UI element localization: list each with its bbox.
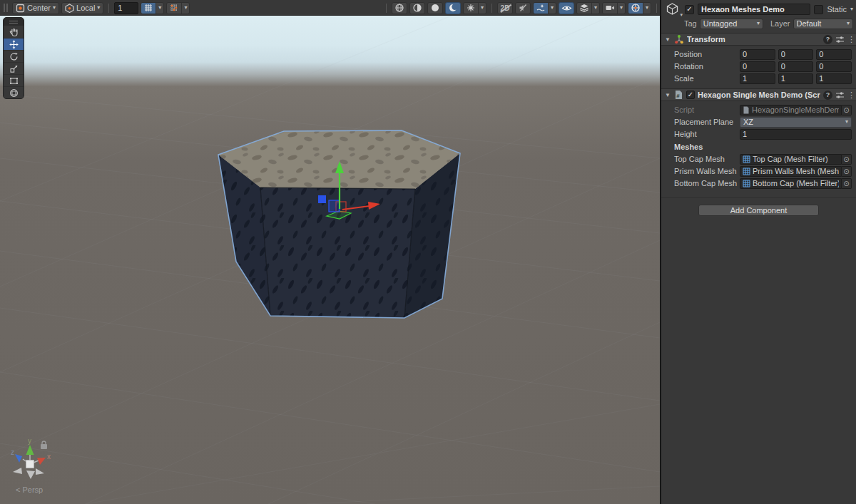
layers-icon bbox=[579, 3, 589, 13]
increment-snap-group: ▾ bbox=[166, 2, 190, 14]
presets-icon[interactable] bbox=[835, 35, 845, 44]
grid-snap-group: ▾ bbox=[141, 2, 164, 14]
overlay-drag-handle[interactable] bbox=[4, 4, 8, 12]
pivot-mode-button[interactable]: Center ▾ bbox=[12, 2, 59, 14]
tool-rotate-button[interactable] bbox=[4, 50, 24, 62]
rotation-x-field[interactable] bbox=[740, 61, 775, 72]
object-picker-icon[interactable]: ⊙ bbox=[842, 154, 852, 165]
vfx-dropdown[interactable]: ▾ bbox=[548, 3, 556, 14]
active-checkbox[interactable]: ✓ bbox=[685, 5, 694, 14]
script-object-field[interactable]: HexagonSingleMeshDemo bbox=[740, 105, 842, 115]
z-axis-cone[interactable] bbox=[15, 454, 22, 463]
draw-mode-wireframe-button[interactable] bbox=[392, 2, 407, 14]
neg-z-cone[interactable] bbox=[13, 468, 22, 474]
hexagon-prism-mesh[interactable] bbox=[218, 130, 460, 318]
camera-button[interactable] bbox=[603, 3, 617, 14]
increment-snap-button[interactable] bbox=[167, 3, 181, 14]
position-x-field[interactable] bbox=[740, 49, 775, 60]
foldout-icon[interactable]: ▼ bbox=[664, 36, 671, 43]
foldout-icon[interactable]: ▼ bbox=[664, 92, 671, 98]
object-picker-icon[interactable]: ⊙ bbox=[842, 105, 852, 115]
gizmos-dropdown[interactable]: ▾ bbox=[643, 3, 651, 14]
object-picker-icon[interactable]: ⊙ bbox=[842, 178, 852, 189]
orientation-gizmo[interactable]: y x z < Persp bbox=[11, 437, 51, 494]
rotation-y-field[interactable] bbox=[778, 61, 814, 72]
scale-y-field[interactable] bbox=[778, 73, 814, 84]
scale-z-field[interactable] bbox=[816, 73, 852, 84]
script-component-body: Script HexagonSingleMeshDemo ⊙ Placement… bbox=[661, 101, 856, 193]
tool-move-button[interactable] bbox=[4, 38, 24, 50]
scene-visibility-button[interactable] bbox=[559, 2, 574, 14]
presets-icon[interactable] bbox=[835, 91, 845, 100]
gizmos-button[interactable] bbox=[628, 3, 643, 14]
rotation-z-field[interactable] bbox=[816, 61, 852, 72]
position-y-field[interactable] bbox=[778, 49, 814, 60]
effects-dropdown[interactable]: ▾ bbox=[478, 3, 486, 14]
placement-plane-value: XZ bbox=[743, 118, 842, 126]
help-icon[interactable]: ? bbox=[823, 91, 832, 100]
script-enabled-checkbox[interactable]: ✓ bbox=[686, 91, 695, 99]
handle-orientation-button[interactable]: Local ▾ bbox=[61, 2, 103, 14]
scene-lighting-button[interactable] bbox=[427, 2, 443, 14]
increment-snap-dropdown[interactable]: ▾ bbox=[181, 3, 189, 14]
object-picker-icon[interactable]: ⊙ bbox=[842, 166, 852, 177]
transform-header[interactable]: ▼ Transform ? ⋮ bbox=[661, 33, 856, 46]
2d-toggle-button[interactable]: 2D bbox=[497, 2, 513, 14]
draw-mode-wire-icon bbox=[394, 3, 404, 13]
help-icon[interactable]: ? bbox=[823, 35, 832, 44]
grid-size-input[interactable] bbox=[114, 2, 138, 14]
neg-x-cone[interactable] bbox=[36, 468, 44, 475]
script-component-header[interactable]: ▼ # ✓ Hexagon Single Mesh Demo (Script) … bbox=[661, 88, 856, 101]
cube-icon bbox=[666, 2, 679, 16]
camera-dropdown[interactable]: ▾ bbox=[617, 3, 625, 14]
position-z-field[interactable] bbox=[816, 49, 852, 60]
placement-plane-dropdown[interactable]: XZ ▾ bbox=[740, 117, 852, 128]
x-axis-cone[interactable] bbox=[37, 458, 46, 465]
static-dropdown-caret[interactable]: ▾ bbox=[850, 6, 853, 12]
xy-plane-handle[interactable] bbox=[329, 200, 340, 212]
static-checkbox[interactable] bbox=[814, 5, 823, 14]
camera-icon bbox=[605, 3, 615, 13]
move-icon bbox=[9, 40, 19, 49]
tool-rect-button[interactable] bbox=[4, 74, 24, 86]
gizmo-center-cube[interactable] bbox=[26, 461, 34, 468]
tool-scale-button[interactable] bbox=[4, 62, 24, 74]
bottom-cap-mesh-field[interactable]: Bottom Cap (Mesh Filter) bbox=[740, 178, 842, 189]
transform-title: Transform bbox=[687, 35, 820, 43]
tag-value: Untagged bbox=[703, 19, 754, 28]
tool-transform-button[interactable] bbox=[4, 86, 24, 98]
gameobject-name-field[interactable] bbox=[698, 4, 810, 15]
scene-light-moon-button[interactable] bbox=[445, 2, 461, 14]
neg-y-cone[interactable] bbox=[26, 470, 35, 479]
layers-dropdown[interactable]: ▾ bbox=[591, 3, 599, 14]
grid-snap-dropdown[interactable]: ▾ bbox=[156, 3, 163, 14]
height-field[interactable] bbox=[740, 129, 852, 140]
layer-dropdown[interactable]: Default ▾ bbox=[793, 19, 853, 29]
effects-button[interactable] bbox=[464, 3, 478, 14]
vfx-button[interactable] bbox=[534, 3, 548, 14]
kebab-menu-icon[interactable]: ⋮ bbox=[847, 35, 853, 44]
y-axis-cone[interactable] bbox=[26, 445, 34, 455]
prism-walls-mesh-field[interactable]: Prism Walls Mesh (Mesh Filter) bbox=[740, 166, 842, 177]
unity-editor-window: Center ▾ Local ▾ ▾ bbox=[0, 0, 856, 504]
top-cap-mesh-field[interactable]: Top Cap (Mesh Filter) bbox=[740, 154, 842, 165]
grid-snap-button[interactable] bbox=[141, 3, 156, 14]
add-component-button[interactable]: Add Component bbox=[698, 205, 819, 216]
projection-label[interactable]: < Persp bbox=[16, 485, 43, 494]
lock-icon[interactable] bbox=[41, 441, 47, 449]
gameobject-icon-button[interactable]: ▾ bbox=[666, 2, 681, 16]
draw-mode-shaded-wire-button[interactable] bbox=[409, 2, 425, 14]
chevron-down-icon: ▾ bbox=[158, 5, 161, 11]
z-axis-handle[interactable] bbox=[318, 195, 326, 203]
tag-dropdown[interactable]: Untagged ▾ bbox=[700, 19, 763, 29]
scene-viewport[interactable]: y x z < Persp bbox=[0, 16, 660, 504]
tool-hand-button[interactable] bbox=[4, 26, 24, 38]
tools-overlay bbox=[3, 17, 24, 99]
kebab-menu-icon[interactable]: ⋮ bbox=[847, 91, 853, 100]
chevron-down-icon: ▾ bbox=[646, 5, 648, 11]
audio-toggle-button[interactable] bbox=[515, 2, 531, 14]
svg-text:#: # bbox=[676, 93, 680, 99]
layers-button[interactable] bbox=[577, 3, 591, 14]
scale-x-field[interactable] bbox=[740, 73, 775, 84]
tools-overlay-handle[interactable] bbox=[4, 18, 24, 26]
